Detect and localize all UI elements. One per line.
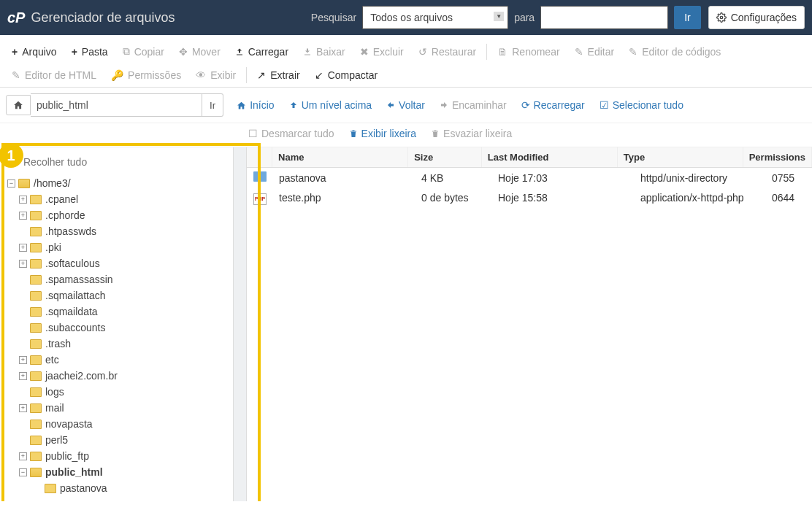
col-permissions[interactable]: Permissions [743, 147, 812, 167]
permissions-button[interactable]: 🔑Permissões [104, 63, 188, 87]
file-row[interactable]: PHPteste.php0 de bytesHoje 15:58applicat… [247, 188, 812, 209]
tree-spacer [19, 276, 27, 284]
new-folder-button[interactable]: +Pasta [64, 40, 115, 63]
tree-label: .cpanel [45, 192, 78, 206]
tree-item[interactable]: .spamassassin [3, 271, 233, 287]
tree-spacer [19, 292, 27, 300]
expand-toggle[interactable]: + [19, 372, 27, 380]
key-icon: 🔑 [111, 69, 123, 81]
expand-toggle[interactable]: + [19, 404, 27, 412]
move-button[interactable]: ✥Mover [172, 40, 228, 63]
col-modified[interactable]: Last Modified [482, 147, 618, 167]
tree-item[interactable]: .htpasswds [3, 223, 233, 239]
pane-splitter[interactable] [234, 147, 247, 501]
tree-item[interactable]: perl5 [3, 432, 233, 448]
tree-root[interactable]: − /home3/ [3, 175, 233, 191]
col-name[interactable]: Name [272, 147, 408, 167]
eye-icon: 👁 [196, 69, 206, 81]
folder-icon [30, 468, 42, 477]
nav-forward-link[interactable]: Encaminhar [440, 99, 507, 111]
cpanel-icon: cP [7, 9, 25, 26]
expand-toggle[interactable]: + [19, 452, 27, 460]
tree-spacer [19, 324, 27, 332]
tree-item[interactable]: novapasta [3, 416, 233, 432]
html-editor-button[interactable]: ✎Editor de HTML [4, 63, 104, 87]
file-icon: 🗎 [497, 46, 508, 58]
tree-label: novapasta [45, 417, 93, 431]
expand-toggle[interactable]: + [19, 196, 27, 204]
tree-item[interactable]: .subaccounts [3, 320, 233, 336]
folder-icon [30, 403, 42, 413]
expand-toggle[interactable]: + [19, 244, 27, 252]
extract-button[interactable]: ↗Extrair [250, 63, 307, 87]
nav-reload-link[interactable]: ⟳Recarregar [521, 99, 585, 111]
col-size[interactable]: Size [408, 147, 482, 167]
secondary-nav: ☐Desmarcar tudo Exibir lixeira Esvaziar … [0, 123, 812, 147]
expand-toggle[interactable]: − [7, 179, 15, 188]
tree-item[interactable]: +.cpanel [3, 191, 233, 207]
tree-label: etc [45, 352, 59, 367]
tree-label: .spamassassin [45, 272, 113, 287]
code-editor-button[interactable]: ✎Editor de códigos [621, 40, 728, 63]
view-button[interactable]: 👁Exibir [188, 63, 243, 87]
search-scope-select[interactable]: Todos os arquivos [362, 6, 508, 29]
home-icon [237, 101, 246, 110]
collapse-all-link[interactable]: ⟲ Recolher tudo [3, 150, 233, 174]
expand-toggle[interactable]: + [19, 260, 27, 268]
new-file-button[interactable]: +Arquivo [4, 40, 64, 63]
tree-item[interactable]: .sqmaildata [3, 304, 233, 320]
expand-toggle[interactable]: + [19, 212, 27, 220]
home-button[interactable] [6, 95, 31, 115]
php-file-icon: PHP [253, 193, 267, 205]
col-icon[interactable] [247, 147, 272, 167]
tree-item[interactable]: +etc [3, 352, 233, 368]
cell-perm: 0644 [766, 188, 812, 207]
settings-button[interactable]: Configurações [708, 6, 805, 29]
edit-button[interactable]: ✎Editar [567, 40, 622, 63]
file-row[interactable]: pastanova4 KBHoje 17:03httpd/unix-direct… [247, 168, 812, 188]
copy-button[interactable]: ⧉Copiar [115, 39, 172, 63]
nav-empty-trash-link[interactable]: Esvaziar lixeira [431, 128, 512, 139]
tree-item[interactable]: pastanova [3, 480, 233, 496]
tree-item[interactable]: .trash [3, 336, 233, 352]
expand-toggle[interactable]: + [19, 356, 27, 364]
folder-icon [30, 387, 42, 397]
nav-select-all-link[interactable]: ☑Selecionar tudo [600, 99, 683, 111]
nav-back-link[interactable]: Voltar [386, 99, 425, 111]
search-input[interactable] [540, 6, 668, 29]
tree-spacer [19, 420, 27, 428]
search-go-button[interactable]: Ir [674, 6, 701, 29]
tree-item[interactable]: +.pki [3, 239, 233, 255]
nav-up-link[interactable]: Um nível acima [289, 99, 372, 111]
file-table-header: Name Size Last Modified Type Permissions [247, 147, 812, 168]
tree-item[interactable]: logs [3, 384, 233, 400]
nav-deselect-all-link[interactable]: ☐Desmarcar tudo [248, 128, 334, 139]
extract-icon: ↗ [257, 69, 266, 81]
folder-icon [45, 484, 56, 493]
expand-toggle[interactable]: − [19, 468, 27, 476]
nav-view-trash-link[interactable]: Exibir lixeira [349, 128, 416, 139]
download-button[interactable]: Baixar [296, 40, 353, 63]
tree-item[interactable]: −public_html [3, 464, 233, 480]
folder-icon [30, 355, 42, 365]
pencil-icon: ✎ [575, 46, 583, 58]
tree-item[interactable]: +.softaculous [3, 255, 233, 271]
delete-button[interactable]: ✖Excluir [353, 40, 411, 63]
tree-item[interactable]: +mail [3, 400, 233, 416]
compress-button[interactable]: ↙Compactar [307, 63, 385, 87]
tree-item[interactable]: +.cphorde [3, 207, 233, 223]
nav-home-link[interactable]: Início [237, 99, 274, 111]
rename-button[interactable]: 🗎Renomear [490, 40, 567, 63]
col-type[interactable]: Type [618, 147, 743, 167]
tree-spacer [19, 436, 27, 444]
path-go-button[interactable]: Ir [202, 93, 223, 117]
tree-item[interactable]: +public_ftp [3, 448, 233, 464]
path-input[interactable] [31, 93, 202, 117]
tree-item[interactable]: +jaachei2.com.br [3, 368, 233, 384]
cell-perm: 0755 [766, 169, 812, 188]
cell-size: 0 de bytes [415, 188, 492, 207]
upload-button[interactable]: Carregar [228, 40, 296, 63]
tree-item[interactable]: .sqmailattach [3, 287, 233, 304]
restore-button[interactable]: ↺Restaurar [411, 40, 483, 63]
tree-label: .cphorde [45, 208, 85, 223]
